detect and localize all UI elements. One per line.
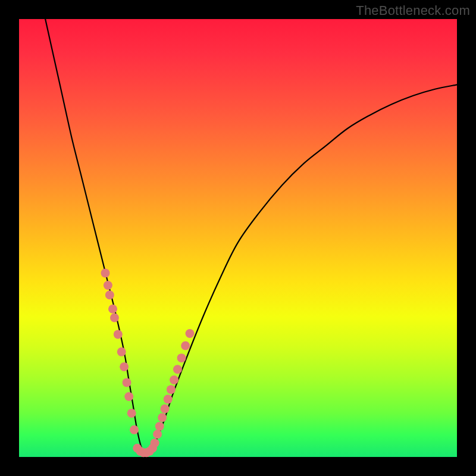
data-point	[177, 353, 186, 362]
chart-frame: TheBottleneck.com	[0, 0, 476, 476]
plot-area	[19, 19, 457, 457]
chart-svg	[19, 19, 457, 457]
data-point	[158, 413, 167, 422]
bottleneck-curve	[45, 19, 457, 453]
data-point	[101, 268, 109, 277]
data-point	[130, 425, 139, 434]
data-point	[186, 329, 195, 338]
data-point	[127, 409, 136, 418]
data-point	[123, 378, 131, 387]
scatter-valley	[133, 444, 157, 457]
scatter-left-branch	[101, 268, 139, 434]
data-point	[173, 365, 182, 374]
data-point	[153, 430, 162, 439]
data-point	[105, 290, 114, 299]
data-point	[104, 281, 112, 290]
data-point	[161, 405, 170, 414]
data-point	[114, 330, 123, 339]
data-point	[108, 305, 117, 314]
data-point	[120, 362, 129, 371]
data-point	[164, 394, 173, 403]
data-point	[167, 385, 176, 394]
watermark-text: TheBottleneck.com	[356, 3, 470, 18]
data-point	[124, 392, 133, 401]
data-point	[148, 444, 157, 453]
data-point	[155, 422, 164, 431]
data-point	[170, 375, 178, 384]
scatter-right-branch	[151, 329, 195, 447]
data-point	[117, 347, 126, 356]
data-point	[110, 313, 119, 322]
data-point	[181, 342, 190, 350]
